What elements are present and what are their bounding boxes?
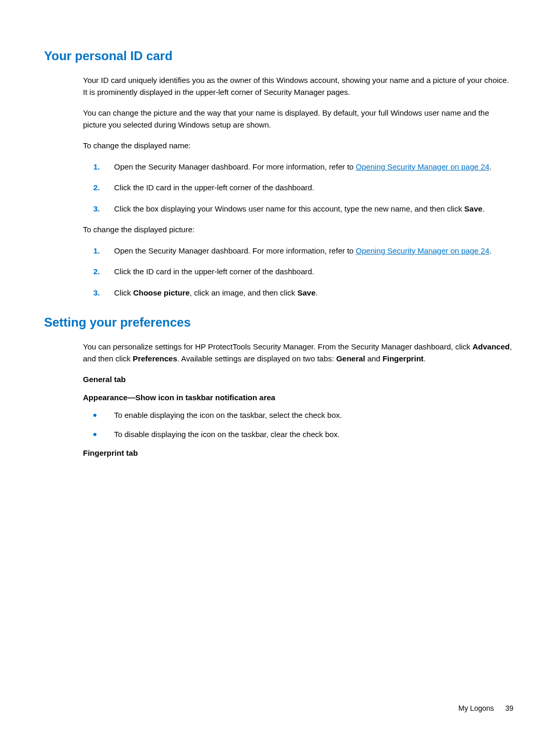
step-text: Click the ID card in the upper-left corn…	[114, 267, 314, 276]
paragraph: Your ID card uniquely identifies you as …	[83, 75, 513, 98]
step-number: 3.	[93, 203, 100, 215]
list-item: 3. Click Choose picture, click an image,…	[83, 287, 513, 299]
step-text-post: .	[482, 204, 484, 213]
bold-preferences: Preferences	[133, 354, 177, 363]
link-opening-security-manager[interactable]: Opening Security Manager on page 24	[356, 246, 489, 255]
step-number: 2.	[93, 266, 100, 278]
bold-advanced: Advanced	[472, 342, 510, 351]
paragraph: You can change the picture and the way t…	[83, 107, 513, 131]
step-number: 1.	[93, 245, 100, 257]
paragraph: To change the displayed picture:	[83, 224, 513, 236]
bold-save: Save	[464, 204, 482, 213]
step-text: Open the Security Manager dashboard. For…	[114, 162, 356, 171]
page-footer: My Logons 39	[458, 703, 513, 714]
bullet-list-icon-options: To enable displaying the icon on the tas…	[83, 410, 513, 440]
step-text-post: .	[489, 246, 492, 255]
heading-personal-id-card: Your personal ID card	[44, 47, 513, 65]
list-item: 1. Open the Security Manager dashboard. …	[83, 161, 513, 173]
step-text: Click the ID card in the upper-left corn…	[114, 183, 314, 192]
list-item: 1. Open the Security Manager dashboard. …	[83, 245, 513, 257]
text: . Available settings are displayed on tw…	[177, 354, 337, 363]
heading-setting-preferences: Setting your preferences	[44, 313, 513, 332]
step-text-mid: , click an image, and then click	[190, 288, 298, 297]
bold-general: General	[336, 354, 365, 363]
bold-save: Save	[297, 288, 315, 297]
steps-change-picture: 1. Open the Security Manager dashboard. …	[83, 245, 513, 299]
section1-content: Your ID card uniquely identifies you as …	[83, 75, 513, 299]
list-item: To enable displaying the icon on the tas…	[83, 410, 513, 421]
step-number: 3.	[93, 287, 100, 299]
text: You can personalize settings for HP Prot…	[83, 342, 472, 351]
paragraph: To change the displayed name:	[83, 140, 513, 152]
subhead-fingerprint-tab: Fingerprint tab	[83, 447, 513, 459]
text: and	[365, 354, 382, 363]
bullet-text: To enable displaying the icon on the tas…	[114, 411, 342, 419]
bullet-text: To disable displaying the icon on the ta…	[114, 430, 340, 439]
bold-fingerprint: Fingerprint	[383, 354, 424, 363]
bullet-icon	[93, 414, 96, 417]
list-item: To disable displaying the icon on the ta…	[83, 429, 513, 441]
paragraph: You can personalize settings for HP Prot…	[83, 341, 513, 364]
subhead-appearance: Appearance—Show icon in taskbar notifica…	[83, 392, 513, 404]
step-number: 1.	[93, 161, 100, 173]
link-opening-security-manager[interactable]: Opening Security Manager on page 24	[356, 162, 489, 171]
bullet-icon	[93, 433, 96, 436]
step-text: Open the Security Manager dashboard. For…	[114, 246, 356, 255]
footer-page-number: 39	[505, 704, 513, 712]
step-text-post: .	[489, 162, 492, 171]
dash: —	[128, 393, 135, 402]
bold-choose-picture: Choose picture	[133, 288, 190, 297]
step-text-post: .	[316, 288, 318, 297]
footer-section-title: My Logons	[458, 704, 494, 712]
text: .	[424, 354, 426, 363]
list-item: 3. Click the box displaying your Windows…	[83, 203, 513, 215]
step-text: Click the box displaying your Windows us…	[114, 204, 464, 213]
step-number: 2.	[93, 182, 100, 194]
step-text: Click	[114, 288, 133, 297]
list-item: 2. Click the ID card in the upper-left c…	[83, 266, 513, 278]
steps-change-name: 1. Open the Security Manager dashboard. …	[83, 161, 513, 215]
list-item: 2. Click the ID card in the upper-left c…	[83, 182, 513, 194]
bold-show-icon: Show icon in taskbar notification area	[135, 393, 275, 402]
bold-appearance: Appearance	[83, 393, 128, 402]
section2-content: You can personalize settings for HP Prot…	[83, 341, 513, 459]
subhead-general-tab: General tab	[83, 374, 513, 386]
